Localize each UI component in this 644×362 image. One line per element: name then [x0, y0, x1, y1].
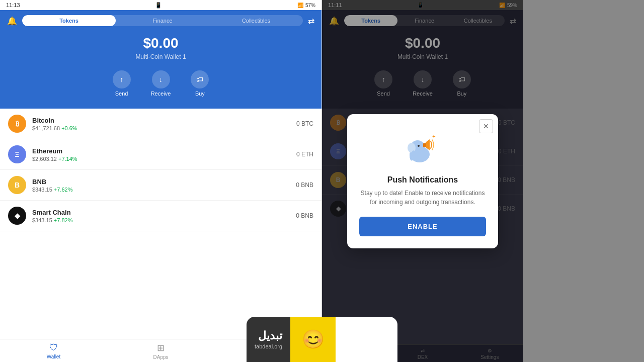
status-bar-left: 11:13 📱 📶 57%	[0, 0, 321, 10]
eth-price-left: $2,603.12 +7.14%	[32, 156, 296, 162]
nav-dapps-label-left: DApps	[153, 354, 168, 360]
smart-name-left: Smart Chain	[32, 209, 296, 216]
tab-finance-left[interactable]: Finance	[116, 15, 209, 26]
eth-icon-left: Ξ	[8, 145, 26, 163]
token-item-smart-left[interactable]: ◆ Smart Chain $343.15 +7.82% 0 BNB	[0, 201, 321, 231]
svg-rect-4	[423, 143, 426, 147]
modal-title: Push Notifications	[387, 175, 458, 185]
notification-illustration: ✦	[403, 129, 443, 169]
eth-change-left: +7.14%	[58, 156, 77, 162]
balance-amount-left: $0.00	[7, 35, 314, 51]
close-icon: ✕	[483, 122, 489, 130]
wallet-name-left: Multi-Coin Wallet 1	[7, 53, 314, 60]
watermark-emoji: 😊	[302, 329, 325, 350]
wallet-nav-icon-left: 🛡	[49, 342, 58, 353]
buy-button-left[interactable]: 🏷 Buy	[191, 70, 209, 97]
watermark-arabic-text: تبديل	[255, 329, 282, 342]
btc-change-left: +0.6%	[61, 125, 77, 131]
modal-content: ✦ Push Notifications Stay up to date! En…	[347, 114, 498, 248]
left-phone: 11:13 📱 📶 57% 🔔 Tokens Finance Collectib…	[0, 0, 322, 362]
eth-balance-left: 0 ETH	[296, 151, 313, 158]
modal-close-button[interactable]: ✕	[479, 119, 493, 133]
bnb-price-left: $343.15 +7.62%	[32, 187, 296, 193]
dapps-nav-icon-left: ⊞	[157, 342, 165, 353]
btc-info-left: Bitcoin $41,721.68 +0.6%	[32, 117, 296, 131]
svg-text:✦: ✦	[432, 134, 436, 139]
btc-price-left: $41,721.68 +0.6%	[32, 125, 296, 131]
balance-section-left: $0.00 Multi-Coin Wallet 1	[7, 30, 314, 68]
smart-balance-left: 0 BNB	[296, 212, 313, 219]
nav-wallet-label-left: Wallet	[47, 354, 60, 359]
btc-name-left: Bitcoin	[32, 117, 296, 124]
receive-button-left[interactable]: ↓ Receive	[151, 70, 171, 97]
bnb-change-left: +7.62%	[54, 187, 73, 193]
send-button-left[interactable]: ↑ Send	[113, 70, 131, 97]
watermark-overlay: تبديل tabdeal.org 😊	[247, 317, 397, 362]
filter-icon-left[interactable]: ⇄	[308, 16, 314, 26]
watermark-text-side: تبديل tabdeal.org	[247, 317, 290, 362]
btc-balance-left: 0 BTC	[296, 120, 313, 127]
smart-icon-left: ◆	[8, 207, 26, 225]
wallet-header-left: 🔔 Tokens Finance Collectibles ⇄ $0.00 Mu…	[0, 10, 321, 109]
battery-left: 57%	[305, 3, 315, 8]
watermark-box: تبديل tabdeal.org 😊	[247, 317, 397, 362]
bnb-balance-left: 0 BNB	[296, 182, 313, 189]
right-phone: 11:11 📱 📶 59% 🔔 Tokens Finance Collectib…	[322, 0, 523, 362]
token-item-eth-left[interactable]: Ξ Ethereum $2,603.12 +7.14% 0 ETH	[0, 139, 321, 170]
enable-notifications-button[interactable]: ENABLE	[359, 217, 486, 236]
watermark-logo: 😊	[290, 317, 336, 362]
token-item-bnb-left[interactable]: B BNB $343.15 +7.62% 0 BNB	[0, 170, 321, 201]
smart-price-left: $343.15 +7.82%	[32, 217, 296, 223]
modal-description: Stay up to date! Enable to receive notif…	[359, 189, 486, 207]
modal-overlay: ✕	[322, 0, 523, 362]
bnb-info-left: BNB $343.15 +7.62%	[32, 178, 296, 193]
svg-point-3	[418, 145, 420, 147]
tab-group-left: Tokens Finance Collectibles	[22, 15, 303, 26]
time-left: 11:13	[6, 2, 20, 8]
receive-icon-left: ↓	[152, 70, 170, 88]
token-list-left: ₿ Bitcoin $41,721.68 +0.6% 0 BTC Ξ Ether…	[0, 109, 321, 339]
eth-info-left: Ethereum $2,603.12 +7.14%	[32, 147, 296, 162]
tab-tokens-left[interactable]: Tokens	[22, 15, 116, 26]
action-buttons-left: ↑ Send ↓ Receive 🏷 Buy	[7, 68, 314, 99]
wallet-topbar-left: 🔔 Tokens Finance Collectibles ⇄	[7, 15, 314, 26]
watermark-url: tabdeal.org	[255, 343, 282, 349]
nav-dapps-left[interactable]: ⊞ DApps	[107, 342, 214, 360]
btc-icon-left: ₿	[8, 115, 26, 133]
bell-icon-left[interactable]: 🔔	[7, 16, 17, 26]
bnb-icon-left: B	[8, 176, 26, 194]
smart-change-left: +7.82%	[54, 217, 73, 223]
signal-left: 📶	[297, 3, 303, 8]
buy-icon-left: 🏷	[191, 70, 209, 88]
eth-name-left: Ethereum	[32, 147, 296, 155]
smart-info-left: Smart Chain $343.15 +7.82%	[32, 209, 296, 223]
send-icon-left: ↑	[113, 70, 131, 88]
tab-collectibles-left[interactable]: Collectibles	[209, 15, 303, 26]
token-item-btc-left[interactable]: ₿ Bitcoin $41,721.68 +0.6% 0 BTC	[0, 109, 321, 139]
bnb-name-left: BNB	[32, 178, 296, 186]
push-notifications-modal: ✕	[347, 114, 498, 248]
phone-icon-left: 📱	[155, 2, 162, 9]
nav-wallet-left[interactable]: 🛡 Wallet	[0, 342, 107, 360]
